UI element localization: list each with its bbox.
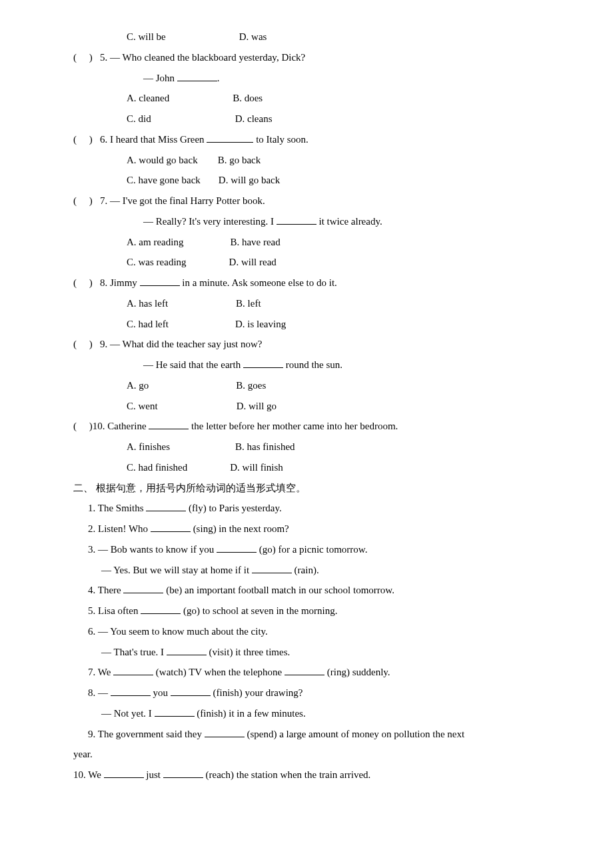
s2q8b: — Not yet. I (finish) it in a few minute…: [73, 703, 540, 724]
q10-opts-ab: A. finishesB. has finished: [73, 437, 540, 457]
s2q9: 9. The government said they (spend) a la…: [73, 724, 540, 745]
q9-optD: D. will go: [237, 401, 277, 411]
q6-optA: A. would go back: [127, 155, 198, 165]
blank: [111, 686, 151, 696]
s2q6: 6. — You seem to know much about the cit…: [73, 621, 540, 642]
blank: [177, 71, 217, 81]
blank: [155, 707, 195, 717]
blank: [140, 276, 180, 286]
q6-optD: D. will go back: [219, 175, 280, 185]
q9-opts-ab: A. goB. goes: [73, 375, 540, 396]
s2q3: 3. — Bob wants to know if you (go) for a…: [73, 539, 540, 560]
q8-opts-cd: C. had leftD. is leaving: [73, 314, 540, 335]
blank: [146, 501, 186, 511]
blank: [207, 133, 253, 143]
q6-opts-ab: A. would go backB. go back: [73, 150, 540, 171]
blank: [113, 665, 153, 675]
q10-optD: D. will finish: [230, 462, 283, 473]
q5-opts-ab: A. cleanedB. does: [73, 88, 540, 109]
q6-prompt: ( ) 6. I heard that Miss Green to Italy …: [73, 129, 540, 150]
s2q2: 2. Listen! Who (sing) in the next room?: [73, 519, 540, 539]
q10-optB: B. has finished: [235, 441, 295, 452]
blank: [217, 543, 257, 553]
q5-optA: A. cleaned: [127, 93, 169, 103]
s2q5: 5. Lisa often (go) to school at seven in…: [73, 601, 540, 621]
q9-dash: — He said that the earth round the sun.: [73, 355, 540, 375]
q10-optA: A. finishes: [127, 441, 170, 452]
q5-optC2: C. did: [127, 113, 151, 124]
q5-john: — John .: [73, 68, 540, 89]
q5-optC: C. will be: [127, 31, 166, 42]
blank: [171, 686, 211, 696]
q6-optC: C. have gone back: [127, 175, 201, 185]
blank: [252, 563, 292, 573]
q7-opts-cd: C. was readingD. will read: [73, 252, 540, 273]
q8-optB: B. left: [236, 298, 261, 309]
blank: [151, 522, 191, 532]
q5-opts-cd2: C. didD. cleans: [73, 109, 540, 129]
q5-prompt: ( ) 5. — Who cleaned the blackboard yest…: [73, 47, 540, 68]
q7-prompt: ( ) 7. — I've got the final Harry Potter…: [73, 191, 540, 211]
q9-optC: C. went: [127, 401, 158, 411]
q9-optB: B. goes: [236, 380, 266, 391]
q9-optA: A. go: [127, 380, 149, 391]
q5-optB: B. does: [233, 93, 263, 103]
q7-dash: — Really? It's very interesting. I it tw…: [73, 211, 540, 232]
q5-opts-cd: C. will beD. was: [73, 27, 540, 47]
q10-prompt: ( )10. Catherine the letter before her m…: [73, 416, 540, 437]
q7-optB: B. have read: [230, 237, 280, 247]
blank: [205, 727, 245, 737]
blank: [104, 768, 144, 778]
q8-optC: C. had left: [127, 319, 169, 329]
q8-prompt: ( ) 8. Jimmy in a minute. Ask someone el…: [73, 273, 540, 293]
blank: [167, 645, 207, 655]
q8-opts-ab: A. has leftB. left: [73, 293, 540, 314]
s2q9-line2: year.: [73, 744, 540, 765]
blank: [243, 358, 283, 368]
blank: [149, 419, 189, 429]
q7-optC: C. was reading: [127, 257, 187, 267]
q8-optD: D. is leaving: [235, 319, 286, 329]
s2q10: 10. We just (reach) the station when the…: [73, 765, 540, 785]
s2q6b: — That's true. I (visit) it three times.: [73, 642, 540, 663]
q10-opts-cd: C. had finishedD. will finish: [73, 457, 540, 478]
q5-optD: D. was: [239, 31, 267, 42]
q8-optA: A. has left: [127, 298, 168, 309]
q6-optB: B. go back: [218, 155, 261, 165]
q7-optD: D. will read: [229, 257, 277, 267]
blank: [123, 583, 163, 593]
q9-prompt: ( ) 9. — What did the teacher say just n…: [73, 334, 540, 355]
blank: [277, 215, 316, 225]
s2q7: 7. We (watch) TV when the telephone (rin…: [73, 662, 540, 683]
q5-optD2: D. cleans: [235, 113, 273, 124]
s2q4: 4. There (be) an important football matc…: [73, 580, 540, 601]
q7-optA: A. am reading: [127, 237, 183, 247]
q9-opts-cd: C. wentD. will go: [73, 396, 540, 417]
s2q1: 1. The Smiths (fly) to Paris yesterday.: [73, 498, 540, 519]
q6-opts-cd: C. have gone backD. will go back: [73, 170, 540, 191]
q7-opts-ab: A. am readingB. have read: [73, 232, 540, 253]
blank: [285, 665, 324, 675]
blank: [141, 604, 181, 614]
s2q8: 8. — you (finish) your drawing?: [73, 683, 540, 703]
s2q3b: — Yes. But we will stay at home if it (r…: [73, 560, 540, 581]
q10-optC: C. had finished: [127, 462, 187, 473]
blank: [163, 768, 203, 778]
section2-title: 二、 根据句意，用括号内所给动词的适当形式填空。: [73, 478, 540, 499]
